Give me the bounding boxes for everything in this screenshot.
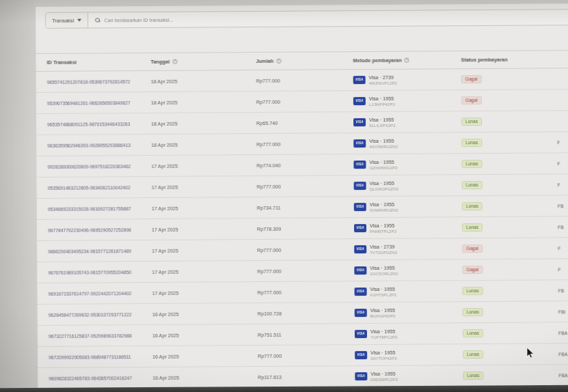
table-row[interactable]: 9691671537614797-9922442071204402 17 Apr… (37, 280, 568, 305)
payment-method-cell: VISA Visa · 2739 7V73GPGZN2 (354, 243, 462, 255)
status-badge: Lunas (463, 308, 483, 317)
payment-method-cell: VISA Visa · 1955 D6DS6PC2P2 (355, 370, 463, 382)
transaction-date: 16 Apr 2025 (152, 311, 258, 318)
transaction-date: 18 Apr 2025 (151, 78, 256, 85)
transaction-date: 17 Apr 2025 (152, 247, 257, 254)
payment-method-label: Visa · 2739 (370, 243, 397, 249)
status-badge: Gagal (461, 75, 482, 84)
payment-method-code: BUHGP82P2 (370, 313, 396, 318)
transaction-amount: Rp751.511 (258, 331, 355, 338)
payment-method-code: QLKRGPGZN2 (370, 186, 399, 191)
payment-method-cell: VISA Visa · 1955 GZNV6NG2P2 (353, 158, 461, 171)
transaction-id-link[interactable]: 9609828322465783-9643657002416247 (49, 375, 152, 380)
payment-method-label: Visa · 1955 (369, 137, 398, 143)
payment-method-label: Visa · 1955 (369, 95, 395, 101)
payment-method-cell: VISA Visa · 1955 2GC5ORLZN2 (354, 264, 462, 277)
header-method[interactable]: Metode pembayaran (353, 57, 461, 64)
status-badge: Lunas (461, 117, 482, 126)
transaction-id-link[interactable]: 9628456477269632-9530107293771222 (49, 311, 152, 317)
transaction-id-link[interactable]: 9653574868091125-9870153446433263 (47, 121, 151, 126)
transaction-id-link[interactable]: 9534669233315028-9616927281755887 (48, 206, 152, 211)
payment-method-code: 3LLIL5PX2P2 (369, 122, 396, 128)
status-badge: Lunas (463, 287, 483, 296)
info-icon[interactable] (276, 59, 281, 64)
transaction-date: 18 Apr 2025 (151, 141, 256, 148)
transaction-amount: Rp117.613 (258, 374, 355, 380)
table-row[interactable]: 9653574868091125-9870153446433263 18 Apr… (36, 111, 568, 135)
visa-icon: VISA (355, 372, 367, 380)
transaction-id-link[interactable]: 9539673569481261-9662656503849627 (47, 100, 151, 105)
transaction-amount: Rp778.309 (257, 225, 354, 232)
payment-method-label: Visa · 1955 (370, 201, 398, 207)
payment-method-label: Visa · 1955 (370, 285, 397, 292)
search-input[interactable] (104, 14, 568, 23)
transaction-id-link[interactable]: 9676761989105743-9615770955204850 (48, 269, 152, 275)
transaction-filter-dropdown[interactable]: Transaksi (46, 13, 88, 28)
clipped-column-text: F (557, 140, 568, 145)
table-row[interactable]: 9636359562946393-9928955293886413 18 Apr… (36, 132, 568, 156)
payment-method-label: Visa · 1955 (370, 370, 398, 376)
visa-icon: VISA (354, 224, 366, 232)
payment-method-label: Visa · 1955 (370, 222, 396, 228)
info-icon[interactable] (172, 59, 177, 64)
transaction-date: 17 Apr 2025 (152, 184, 257, 191)
transaction-id-link[interactable]: 9655741291207818-9539673792814572 (47, 79, 151, 84)
transaction-date: 16 Apr 2025 (152, 374, 258, 381)
payment-method-label: Visa · 1955 (370, 328, 398, 334)
table-row[interactable]: 9539673569481261-9662656503849627 18 Apr… (36, 89, 568, 114)
visa-icon: VISA (355, 288, 367, 296)
visa-icon: VISA (353, 139, 366, 148)
payment-method-code: K2H7SPL2P2 (370, 292, 397, 297)
clipped-column-text: F (558, 267, 568, 272)
transaction-id-link[interactable]: 9677847792230496-9695290527252898 (48, 227, 152, 232)
table-row[interactable]: 9535691463212805-9634062110042402 17 Apr… (37, 174, 568, 199)
table-row[interactable]: 9673227716125837-9529989633782988 16 Apr… (38, 322, 568, 347)
transaction-amount: Rp777.000 (257, 247, 354, 253)
header-amount[interactable]: Jumlah (256, 57, 353, 64)
table-row[interactable]: 9534669233315028-9616927281755887 17 Apr… (37, 195, 568, 220)
payment-method-cell: VISA Visa · 2739 4IKZNUPL2P2 (353, 74, 461, 86)
transaction-id-link[interactable]: 9928280000620609-9697518220363462 (47, 163, 151, 169)
table-row[interactable]: 9928280000620609-9697518220363462 17 Apr… (36, 153, 568, 178)
info-icon[interactable] (405, 58, 409, 63)
transaction-amount: Rp777.000 (256, 98, 353, 105)
search-box[interactable] (88, 10, 568, 27)
table-row[interactable]: 9676761989105743-9615770955204850 17 Apr… (37, 259, 568, 283)
table-row[interactable]: 9672099922905083-9689487731166511 16 Apr… (38, 344, 568, 368)
payment-method-code: PAM9TPL2P2 (370, 228, 396, 234)
payment-method-label: Visa · 1955 (370, 180, 399, 186)
visa-icon: VISA (355, 351, 367, 359)
transaction-amount: Rp65.740 (256, 120, 353, 126)
transaction-date: 17 Apr 2025 (152, 268, 257, 275)
clipped-column-text: FBI (558, 309, 568, 314)
payment-method-cell: VISA Visa · 1955 LJJWFP42P2 (353, 95, 461, 107)
status-badge: Lunas (463, 372, 483, 380)
visa-icon: VISA (354, 203, 366, 211)
transaction-id-link[interactable]: 9672099922905083-9689487731166511 (49, 354, 152, 359)
transaction-id-link[interactable]: 9866200403495234-9615771261871489 (48, 248, 152, 253)
clipped-column-text: FB (558, 288, 568, 293)
photo-background: Transaksi ID Transaksi Tanggal Jumlah (0, 0, 568, 392)
transaction-date: 16 Apr 2025 (152, 353, 258, 360)
filter-label: Transaksi (52, 17, 74, 23)
clipped-column-text: FBA (558, 352, 568, 356)
table-row[interactable]: 9866200403495234-9615771261871489 17 Apr… (37, 238, 568, 262)
transaction-id-link[interactable]: 9673227716125837-9529989633782988 (49, 333, 152, 338)
transaction-id-link[interactable]: 9535691463212805-9634062110042402 (48, 184, 152, 190)
transaction-amount: Rp777.000 (257, 183, 354, 190)
payment-method-code: 3AYTOP42P2 (370, 355, 397, 361)
status-badge: Lunas (461, 139, 482, 148)
transaction-amount: Rp777.000 (256, 77, 353, 84)
header-date[interactable]: Tanggal (150, 58, 256, 65)
payment-method-cell: VISA Visa · 1955 QLKRGPGZN2 (354, 180, 462, 192)
clipped-column-text: FBA (558, 331, 568, 335)
transaction-id-link[interactable]: 9636359562946393-9928955293886413 (47, 142, 151, 148)
table-row[interactable]: 9677847792230496-9695290527252898 17 Apr… (37, 216, 568, 241)
table-row[interactable]: 9655741291207818-9539673792814572 18 Apr… (36, 68, 568, 93)
payment-method-cell: VISA Visa · 1955 K2H7SPL2P2 (355, 285, 463, 298)
transaction-id-link[interactable]: 9691671537614797-9922442071204402 (49, 290, 152, 296)
visa-icon: VISA (354, 245, 366, 253)
table-row[interactable]: 9628456477269632-9530107293771222 16 Apr… (38, 301, 568, 326)
transaction-date: 17 Apr 2025 (152, 205, 257, 212)
payment-method-code: 4SV3WRUZN2 (369, 143, 398, 149)
